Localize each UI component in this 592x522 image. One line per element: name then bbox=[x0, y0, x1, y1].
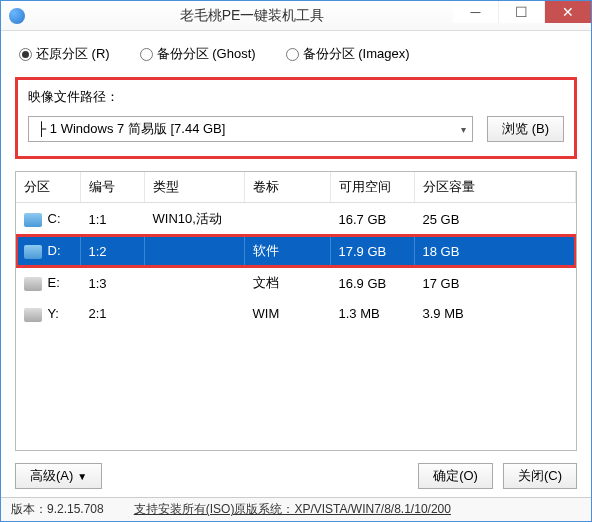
cell-number: 1:2 bbox=[80, 235, 144, 267]
disk-icon bbox=[24, 213, 42, 227]
cell-partition: D: bbox=[16, 235, 80, 267]
th-volume[interactable]: 卷标 bbox=[244, 172, 330, 203]
version-text: 版本：9.2.15.708 bbox=[11, 501, 104, 518]
table-row[interactable]: Y:2:1WIM1.3 MB3.9 MB bbox=[16, 299, 576, 329]
th-free[interactable]: 可用空间 bbox=[330, 172, 414, 203]
radio-icon bbox=[19, 48, 32, 61]
disk-icon bbox=[24, 308, 42, 322]
browse-button[interactable]: 浏览 (B) bbox=[487, 116, 564, 142]
cell-type: WIN10,活动 bbox=[144, 203, 244, 236]
cell-capacity: 25 GB bbox=[414, 203, 576, 236]
radio-label: 备份分区 (Imagex) bbox=[303, 45, 410, 63]
th-partition[interactable]: 分区 bbox=[16, 172, 80, 203]
content-area: 还原分区 (R) 备份分区 (Ghost) 备份分区 (Imagex) 映像文件… bbox=[1, 31, 591, 497]
table-header-row: 分区 编号 类型 卷标 可用空间 分区容量 bbox=[16, 172, 576, 203]
cell-volume: WIM bbox=[244, 299, 330, 329]
status-bar: 版本：9.2.15.708 支持安装所有(ISO)原版系统：XP/VISTA/W… bbox=[1, 497, 591, 521]
ok-button[interactable]: 确定(O) bbox=[418, 463, 493, 489]
partition-table-wrap: 分区 编号 类型 卷标 可用空间 分区容量 C:1:1WIN10,活动16.7 … bbox=[15, 171, 577, 451]
table-body: C:1:1WIN10,活动16.7 GB25 GB D:1:2软件17.9 GB… bbox=[16, 203, 576, 329]
minimize-button[interactable]: ─ bbox=[453, 1, 499, 23]
cell-capacity: 18 GB bbox=[414, 235, 576, 267]
cell-free: 17.9 GB bbox=[330, 235, 414, 267]
image-path-value: ├ 1 Windows 7 简易版 [7.44 GB] bbox=[37, 120, 225, 138]
cell-partition: Y: bbox=[16, 299, 80, 329]
th-capacity[interactable]: 分区容量 bbox=[414, 172, 576, 203]
maximize-button[interactable]: ☐ bbox=[499, 1, 545, 23]
cell-type bbox=[144, 235, 244, 267]
disk-icon bbox=[24, 245, 42, 259]
cell-partition: E: bbox=[16, 267, 80, 299]
cell-volume: 软件 bbox=[244, 235, 330, 267]
titlebar: 老毛桃PE一键装机工具 ─ ☐ ✕ bbox=[1, 1, 591, 31]
app-icon bbox=[9, 8, 25, 24]
radio-icon bbox=[140, 48, 153, 61]
table-row[interactable]: C:1:1WIN10,活动16.7 GB25 GB bbox=[16, 203, 576, 236]
cell-free: 1.3 MB bbox=[330, 299, 414, 329]
image-path-box: 映像文件路径： ├ 1 Windows 7 简易版 [7.44 GB] ▾ 浏览… bbox=[15, 77, 577, 159]
partition-table: 分区 编号 类型 卷标 可用空间 分区容量 C:1:1WIN10,活动16.7 … bbox=[16, 172, 576, 329]
cell-volume: 文档 bbox=[244, 267, 330, 299]
chevron-down-icon: ▼ bbox=[77, 471, 87, 482]
image-path-select[interactable]: ├ 1 Windows 7 简易版 [7.44 GB] ▾ bbox=[28, 116, 473, 142]
main-window: 老毛桃PE一键装机工具 ─ ☐ ✕ 还原分区 (R) 备份分区 (Ghost) … bbox=[0, 0, 592, 522]
cell-free: 16.9 GB bbox=[330, 267, 414, 299]
cell-number: 2:1 bbox=[80, 299, 144, 329]
support-text: 支持安装所有(ISO)原版系统：XP/VISTA/WIN7/8/8.1/10/2… bbox=[134, 501, 451, 518]
mode-radio-group: 还原分区 (R) 备份分区 (Ghost) 备份分区 (Imagex) bbox=[15, 45, 577, 63]
table-row[interactable]: E:1:3文档16.9 GB17 GB bbox=[16, 267, 576, 299]
cell-number: 1:3 bbox=[80, 267, 144, 299]
close-window-button[interactable]: 关闭(C) bbox=[503, 463, 577, 489]
radio-icon bbox=[286, 48, 299, 61]
cell-capacity: 3.9 MB bbox=[414, 299, 576, 329]
radio-backup-imagex[interactable]: 备份分区 (Imagex) bbox=[286, 45, 410, 63]
cell-type bbox=[144, 267, 244, 299]
disk-icon bbox=[24, 277, 42, 291]
cell-free: 16.7 GB bbox=[330, 203, 414, 236]
bottom-button-row: 高级(A) ▼ 确定(O) 关闭(C) bbox=[15, 463, 577, 489]
radio-label: 还原分区 (R) bbox=[36, 45, 110, 63]
cell-partition: C: bbox=[16, 203, 80, 236]
th-type[interactable]: 类型 bbox=[144, 172, 244, 203]
image-path-label: 映像文件路径： bbox=[28, 88, 564, 106]
radio-backup-ghost[interactable]: 备份分区 (Ghost) bbox=[140, 45, 256, 63]
th-number[interactable]: 编号 bbox=[80, 172, 144, 203]
radio-restore[interactable]: 还原分区 (R) bbox=[19, 45, 110, 63]
table-row[interactable]: D:1:2软件17.9 GB18 GB bbox=[16, 235, 576, 267]
close-button[interactable]: ✕ bbox=[545, 1, 591, 23]
cell-volume bbox=[244, 203, 330, 236]
cell-type bbox=[144, 299, 244, 329]
advanced-button[interactable]: 高级(A) ▼ bbox=[15, 463, 102, 489]
cell-number: 1:1 bbox=[80, 203, 144, 236]
radio-label: 备份分区 (Ghost) bbox=[157, 45, 256, 63]
cell-capacity: 17 GB bbox=[414, 267, 576, 299]
chevron-down-icon: ▾ bbox=[461, 124, 466, 135]
